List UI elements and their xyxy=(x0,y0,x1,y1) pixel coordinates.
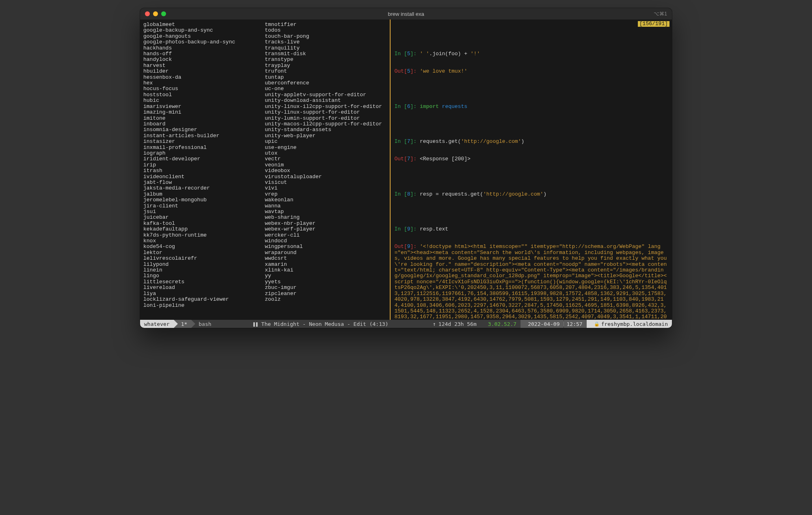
package-item: windocd xyxy=(265,238,386,244)
package-item: google-photos-backup-and-sync xyxy=(143,39,265,45)
package-item: irip xyxy=(143,162,265,168)
package-item: instasizer xyxy=(143,139,265,144)
ipython-in-8: In [8]: resp = requests.get('http://goog… xyxy=(395,192,670,197)
pause-icon: ❚❚ xyxy=(253,321,258,327)
package-item: littlesecrets xyxy=(143,279,265,285)
minimize-icon[interactable] xyxy=(153,11,158,16)
package-item: unity-linux-support-for-editor xyxy=(265,110,386,115)
lock-icon: 🔒 xyxy=(594,321,600,327)
package-item: todos xyxy=(265,28,386,33)
package-columns: globalmeetgoogle-backup-and-syncgoogle-h… xyxy=(143,22,387,308)
ipython-in-9: In [9]: resp.text xyxy=(395,226,670,232)
package-item: liya xyxy=(143,291,265,297)
package-item: unity-linux-il2cpp-support-for-editor xyxy=(265,104,386,110)
package-item: xamarin xyxy=(265,262,386,267)
package-item: trayplay xyxy=(265,63,386,69)
package-item: zbuc-imgur xyxy=(265,285,386,291)
shortcut-hint: ⌥⌘1 xyxy=(654,11,667,17)
package-item: unity-macos-il2cpp-support-for-editor xyxy=(265,121,386,127)
package-item: harvest xyxy=(143,63,265,69)
package-item: hands-off xyxy=(143,51,265,57)
package-item: knox xyxy=(143,238,265,244)
package-item: hbuilder xyxy=(143,69,265,74)
package-item: jeromelebel-mongohub xyxy=(143,197,265,203)
ipython-in-6: In [6]: import requests xyxy=(395,104,670,110)
package-item: transtype xyxy=(265,57,386,62)
package-column-2: tmnotifiertodostouch-bar-pongtracks-live… xyxy=(265,22,386,308)
package-item: jabt-flow xyxy=(143,180,265,185)
package-item: yyets xyxy=(265,279,386,285)
package-item: insomnia-designer xyxy=(143,127,265,133)
package-item: hackhands xyxy=(143,45,265,51)
package-item: loni-pipeline xyxy=(143,303,265,308)
ipython-in-7: In [7]: requests.get('http://google.com'… xyxy=(395,139,670,144)
package-item: imarisviewer xyxy=(143,104,265,110)
package-item: zoolz xyxy=(265,297,386,302)
package-item: unity-standard-assets xyxy=(265,127,386,133)
status-uptime: ↑124d 23h 56m xyxy=(425,320,481,328)
package-item: juicebar xyxy=(143,215,265,220)
pane-left[interactable]: globalmeetgoogle-backup-and-syncgoogle-h… xyxy=(140,19,390,320)
package-item: zipcleaner xyxy=(265,291,386,297)
package-item: virustotaluploader xyxy=(265,174,386,180)
package-item: jira-client xyxy=(143,203,265,209)
status-date: 2022-04-09 xyxy=(520,320,564,328)
package-item: vectr xyxy=(265,156,386,162)
uptime-arrow-icon: ↑ xyxy=(433,321,436,327)
package-item: google-backup-and-sync xyxy=(143,28,265,33)
package-item: visicut xyxy=(265,180,386,185)
package-item: iridient-developer xyxy=(143,156,265,162)
package-item: wwdcsrt xyxy=(265,256,386,261)
package-item: hoststool xyxy=(143,92,265,98)
package-item: itrash xyxy=(143,168,265,174)
ipython-out-9: Out[9]: '<!doctype html><html itemscope=… xyxy=(395,244,670,320)
package-item: tracks-live xyxy=(265,39,386,45)
package-item: google-hangouts xyxy=(143,34,265,39)
package-item: globalmeet xyxy=(143,22,265,28)
package-item: kekadefaultapp xyxy=(143,226,265,232)
package-item: lingo xyxy=(143,273,265,279)
package-column-1: globalmeetgoogle-backup-and-syncgoogle-h… xyxy=(143,22,265,308)
package-item: vrep xyxy=(265,192,386,197)
package-item: utox xyxy=(265,151,386,156)
close-icon[interactable] xyxy=(145,11,150,16)
package-item: wraparound xyxy=(265,250,386,256)
status-time: 12:57 xyxy=(564,320,586,328)
terminal-window: brew install exa ⌥⌘1 globalmeetgoogle-ba… xyxy=(140,8,672,328)
package-item: hex xyxy=(143,80,265,86)
package-item: uberconference xyxy=(265,80,386,86)
package-item: trufont xyxy=(265,69,386,74)
package-item: wavtap xyxy=(265,209,386,215)
package-item: lilypond xyxy=(143,262,265,267)
package-item: kode54-cog xyxy=(143,244,265,250)
package-item: kk7ds-python-runtime xyxy=(143,233,265,238)
status-session[interactable]: whatever xyxy=(140,320,174,328)
package-item: jaksta-media-recorder xyxy=(143,185,265,191)
package-item: wakeonlan xyxy=(265,197,386,203)
package-item: unity-web-player xyxy=(265,133,386,139)
package-item: use-engine xyxy=(265,145,386,151)
ipython-in-5: In [5]: ' '.join(foo) + '!' xyxy=(395,51,670,57)
package-item: vivi xyxy=(265,185,386,191)
package-item: uc-one xyxy=(265,86,386,92)
status-host: 🔒freshymbp.localdomain xyxy=(587,320,672,328)
ipython-out-5: Out[5]: 'we love tmux!' xyxy=(395,69,670,74)
package-item: unity-lumin-support-for-editor xyxy=(265,116,386,121)
package-item: wercker-cli xyxy=(265,233,386,238)
zoom-icon[interactable] xyxy=(161,11,166,16)
package-item: tuntap xyxy=(265,75,386,80)
status-right: ↑124d 23h 56m 3.0 2.5 2.7 2022-04-09 12:… xyxy=(425,320,672,328)
package-item: webex-wrf-player xyxy=(265,226,386,232)
now-playing: The Midnight - Neon Medusa - Edit (4:13) xyxy=(261,321,389,327)
package-item: imazing-mini xyxy=(143,110,265,115)
package-item: yy xyxy=(265,273,386,279)
package-item: livereload xyxy=(143,285,265,291)
package-item: inxmail-professional xyxy=(143,145,265,151)
package-item: transmit-disk xyxy=(265,51,386,57)
package-item: inboard xyxy=(143,121,265,127)
package-item: xlink-kai xyxy=(265,267,386,273)
package-item: touch-bar-pong xyxy=(265,34,386,39)
status-load: 3.0 2.5 2.7 xyxy=(481,320,520,328)
pane-right[interactable]: [156/191] In [5]: ' '.join(foo) + '!' Ou… xyxy=(391,19,672,320)
package-item: web-sharing xyxy=(265,215,386,220)
